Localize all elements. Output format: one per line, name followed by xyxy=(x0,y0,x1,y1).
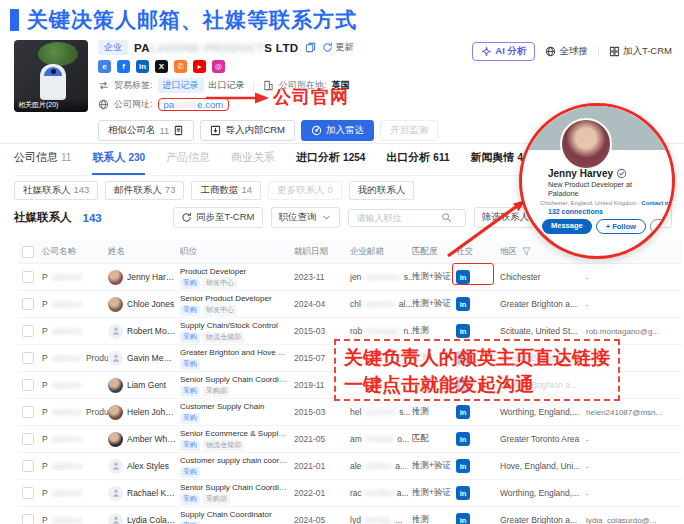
position-tags: 采购 xyxy=(180,467,290,478)
header-checkbox[interactable] xyxy=(22,246,34,258)
position-title: Supply Chain Coordinator xyxy=(180,510,290,520)
facebook-icon[interactable]: f xyxy=(117,60,130,73)
position-search-input[interactable] xyxy=(355,212,441,224)
tab-公司信息[interactable]: 公司信息11 xyxy=(14,150,71,175)
row-checkbox[interactable] xyxy=(22,352,34,364)
contact-name: Robert Monta... xyxy=(127,326,176,336)
contact-info-link[interactable]: Contact info xyxy=(642,200,675,206)
import-icon xyxy=(210,125,221,136)
blog-icon[interactable]: e xyxy=(98,60,111,73)
avatar xyxy=(108,270,123,285)
instagram-icon[interactable]: ◎ xyxy=(212,60,225,73)
import-crm-button[interactable]: 导入内部CRM xyxy=(200,120,295,141)
sync-tcrm-button[interactable]: 同步至T-CRM xyxy=(173,207,263,228)
row-checkbox[interactable] xyxy=(22,406,34,418)
position-query-dropdown[interactable]: 职位查询 xyxy=(271,207,340,228)
tab-count: 230 xyxy=(128,152,145,163)
row-checkbox[interactable] xyxy=(22,325,34,337)
subtab-社媒联系人[interactable]: 社媒联系人143 xyxy=(14,181,98,200)
row-checkbox[interactable] xyxy=(22,379,34,391)
website-link[interactable]: paladone.com xyxy=(158,98,230,111)
x-icon[interactable]: X xyxy=(155,60,168,73)
website-prefix: pa xyxy=(164,99,175,110)
refresh-button[interactable]: 更新 xyxy=(322,41,354,54)
row-checkbox[interactable] xyxy=(22,460,34,472)
avatar xyxy=(108,513,123,524)
similar-companies-button[interactable]: 相似公司名 11 xyxy=(98,120,194,141)
linkedin-icon[interactable]: in xyxy=(456,459,470,473)
social-cell: in xyxy=(456,513,500,524)
company-photo[interactable]: 相关图片(20) xyxy=(14,40,88,112)
region-filter-icon[interactable] xyxy=(521,246,532,257)
social-cell: in xyxy=(456,486,500,500)
avatar xyxy=(108,297,123,312)
position-title: Customer supply chain coordinator xyxy=(180,456,290,466)
tab-产品信息[interactable]: 产品信息 xyxy=(166,150,210,175)
import-crm-label: 导入内部CRM xyxy=(225,124,285,137)
region-cell: Worthing, England,... xyxy=(500,488,586,498)
extra-email-cell: helen241087@msn... xyxy=(586,408,682,417)
export-record-tag[interactable]: 出口记录 xyxy=(209,79,245,92)
position-cell: Customer supply chain coordinator采购 xyxy=(180,454,294,478)
position-cell: Senior Supply Chain Coordinator采购采购部 xyxy=(180,373,294,397)
subtab-工商数据[interactable]: 工商数据14 xyxy=(191,181,261,200)
row-checkbox-cell xyxy=(18,514,42,524)
position-tag: 采购 xyxy=(180,305,200,316)
social-cell: in xyxy=(456,432,500,446)
linkedin-icon[interactable]: in xyxy=(456,405,470,419)
header-label: 职位 xyxy=(180,246,197,258)
header-label: 社交 xyxy=(456,246,473,258)
join-radar-button[interactable]: 加入雷达 xyxy=(301,120,374,141)
subtab-邮件联系人[interactable]: 邮件联系人73 xyxy=(105,181,184,200)
global-search-button[interactable]: 全球搜 xyxy=(545,45,588,58)
sparkle-icon xyxy=(481,46,492,57)
profile-headline: New Product Developer at Paladone xyxy=(548,180,662,198)
linkedin-icon[interactable]: in xyxy=(456,432,470,446)
follow-button[interactable]: + Follow xyxy=(596,219,646,234)
email-cell: helenjohnss... xyxy=(350,407,412,417)
position-title: Supply Chain/Stock Control xyxy=(180,321,290,331)
row-checkbox[interactable] xyxy=(22,298,34,310)
message-button[interactable]: Message xyxy=(542,219,592,234)
title-accent-bar xyxy=(10,9,19,31)
row-checkbox[interactable] xyxy=(22,271,34,283)
linkedin-icon[interactable]: in xyxy=(136,60,149,73)
position-tag: 采购部 xyxy=(203,386,230,397)
linkedin-icon[interactable]: in xyxy=(456,297,470,311)
search-icon[interactable] xyxy=(441,212,452,223)
trade-label: 贸易标签: xyxy=(114,79,153,92)
profile-avatar xyxy=(560,118,612,170)
name-cell: Gavin Meeks xyxy=(108,351,180,366)
match-cell: 推测 xyxy=(412,406,456,418)
ai-analysis-button[interactable]: AI 分析 xyxy=(472,42,535,61)
row-checkbox[interactable] xyxy=(22,487,34,499)
company-type-badge: 企业 xyxy=(98,40,128,55)
copy-icon[interactable] xyxy=(305,42,316,53)
row-checkbox-cell xyxy=(18,433,42,445)
tab-新闻舆情[interactable]: 新闻舆情4 xyxy=(470,150,523,175)
tab-进口分析[interactable]: 进口分析1254 xyxy=(296,150,365,175)
company-header: 企业 PALADONE PRODUCTS LTD 更新 efinX✆▸◎ 贸易标… xyxy=(98,40,438,146)
row-checkbox-cell xyxy=(18,379,42,391)
company-name-suffix: S LTD xyxy=(264,42,298,54)
subtab-我的联系人[interactable]: 我的联系人 xyxy=(349,181,415,200)
tab-商业关系[interactable]: 商业关系 xyxy=(231,150,275,175)
region-cell: Greater Brighton a... xyxy=(500,515,586,524)
position-tag: 物流仓储部 xyxy=(203,440,244,451)
import-record-tag[interactable]: 进口记录 xyxy=(158,78,204,93)
linkedin-icon[interactable]: in xyxy=(456,324,470,338)
tab-出口分析[interactable]: 出口分析611 xyxy=(386,150,449,175)
subtab-更多联系人[interactable]: 更多联系人0 xyxy=(268,181,342,200)
linkedin-icon[interactable]: in xyxy=(456,513,470,524)
youtube-icon[interactable]: ▸ xyxy=(193,60,206,73)
tab-联系人[interactable]: 联系人230 xyxy=(92,150,145,175)
join-tcrm-button[interactable]: 加入T-CRM xyxy=(609,45,672,58)
row-checkbox[interactable] xyxy=(22,514,34,524)
profile-location: Chichester, England, United Kingdom · Co… xyxy=(540,200,662,206)
header-就职日期: 就职日期 xyxy=(294,246,350,258)
position-tags: 采购 xyxy=(180,413,290,424)
row-checkbox[interactable] xyxy=(22,433,34,445)
start-monitor-button[interactable]: 开启监测 xyxy=(380,120,438,141)
phone-icon[interactable]: ✆ xyxy=(174,60,187,73)
linkedin-icon[interactable]: in xyxy=(456,486,470,500)
